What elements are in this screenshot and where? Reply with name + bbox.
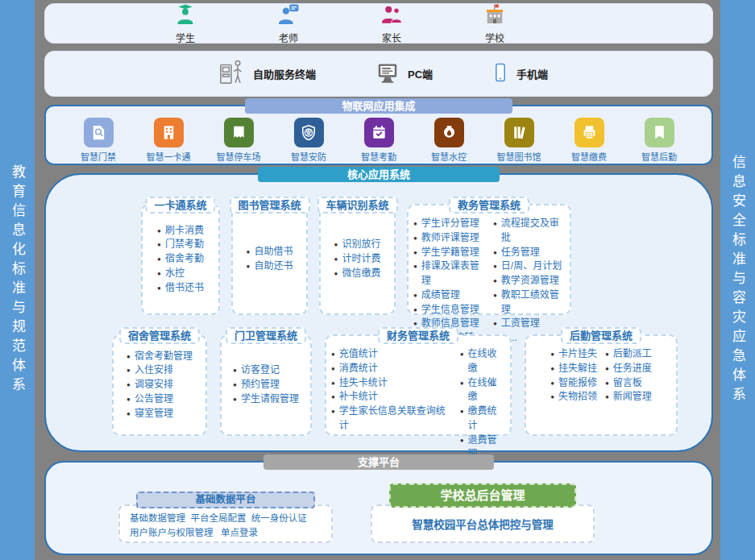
security-shield-icon: 安 <box>294 118 324 147</box>
school-admin-description: 智慧校园平台总体把控与管理 <box>412 516 554 532</box>
system-item-label: 借书还书 <box>165 281 204 296</box>
system-item-label: 失物招领 <box>558 390 597 404</box>
system-box-title: 宿舍管理系统 <box>119 327 200 344</box>
system-item-label: 计时计费 <box>342 252 380 267</box>
system-item-label: 任务进度 <box>613 362 652 376</box>
iot-item: 安智慧安防 <box>280 118 337 163</box>
system-item: ●计时计费 <box>334 252 381 267</box>
school-admin-title: 学校总后台管理 <box>389 483 576 508</box>
system-item: ●宿舍考勤 <box>157 252 204 267</box>
phone-icon <box>491 59 510 89</box>
system-box-items: ●充值统计●消费统计●挂失卡统计●补卡统计●学生家长信息关联查询统计●在线收缴●… <box>326 336 510 434</box>
system-box: 财务管理系统●充值统计●消费统计●挂失卡统计●补卡统计●学生家长信息关联查询统计… <box>325 334 512 436</box>
terminal-item: 手机端 <box>491 59 548 89</box>
svg-text:安: 安 <box>305 128 312 136</box>
system-item-label: 寝室管理 <box>135 407 173 421</box>
bullet-icon: ● <box>413 219 417 231</box>
terminal-item: PC端 <box>374 60 433 88</box>
school-icon <box>482 2 508 30</box>
system-box-items: ●自助借书●自助还书 <box>233 205 306 313</box>
bullet-icon: ● <box>460 407 464 433</box>
base-platform-line: 用户账户与权限管理 单点登录 <box>130 525 321 540</box>
base-data-platform: 基础数据平台 基础数据管理 平台全局配置 统一身份认证 用户账户与权限管理 单点… <box>118 504 333 543</box>
system-item-label: 充值统计 <box>339 347 378 362</box>
system-item: ●预约管理 <box>233 378 299 392</box>
system-item: ●自助借书 <box>247 245 293 259</box>
iot-item: 智慧考勤 <box>351 118 407 163</box>
iot-item: 智慧缴费 <box>561 118 617 163</box>
water-control-icon <box>434 118 464 147</box>
system-box: 后勤管理系统●卡片挂失●挂失解挂●智能报修●失物招领●后勤派工●任务进度●留言板… <box>525 334 678 436</box>
system-item-label: 教职工绩效管理 <box>501 288 565 317</box>
iot-item: 智慧后勤 <box>631 118 687 163</box>
system-box-title: 车辆识别系统 <box>317 197 397 214</box>
system-item-label: 入住安排 <box>135 363 173 378</box>
iot-integration-panel: 物联网应用集成 智慧门禁智慧一卡通智慧停车场安智慧安防智慧考勤智慧水控智慧图书馆… <box>44 105 713 165</box>
user-item-学校: 学校 <box>477 2 512 44</box>
logistics-icon <box>645 118 674 147</box>
bullet-icon: ● <box>331 364 335 376</box>
system-item-column: ●流程提交及审批●任务管理●日/周、月计划●教学资源管理●教职工绩效管理●工资管… <box>493 217 565 346</box>
system-item: ●学生家长信息关联查询统计 <box>331 404 452 433</box>
users-panel: 学生老师家长学校 <box>44 3 713 44</box>
system-item: ●任务管理 <box>493 246 565 260</box>
system-item-label: 智能报修 <box>558 376 597 391</box>
system-item-column: ●卡片挂失●挂失解挂●智能报修●失物招领 <box>550 347 597 404</box>
bullet-icon: ● <box>331 392 335 404</box>
core-systems-row-2: 宿舍管理系统●宿舍考勤管理●入住安排●调寝安排●公告管理●寝室管理门卫管理系统●… <box>112 334 678 436</box>
system-box-title: 一卡通系统 <box>145 197 215 214</box>
system-item: ●学生学籍管理 <box>413 246 485 260</box>
iot-item: 智慧图书馆 <box>491 118 547 163</box>
system-item-label: 教学资源管理 <box>501 274 559 288</box>
system-box-title: 财务管理系统 <box>378 327 458 344</box>
system-box-items: ●识别放行●计时计费●微信缴费 <box>321 205 394 313</box>
core-applications-panel: 核心应用系统 一卡通系统●刷卡消费●门禁考勤●宿舍考勤●水控●借书还书图书管理系… <box>44 173 713 452</box>
bullet-icon: ● <box>127 380 131 392</box>
system-item-label: 刷卡消费 <box>165 224 204 239</box>
bullet-icon: ● <box>331 407 335 433</box>
system-item: ●流程提交及审批 <box>493 217 565 246</box>
student-icon <box>173 2 197 30</box>
system-item-column: ●充值统计●消费统计●挂失卡统计●补卡统计●学生家长信息关联查询统计 <box>331 347 452 433</box>
system-item: ●学生请假管理 <box>233 392 299 407</box>
bullet-icon: ● <box>493 219 497 246</box>
system-item-label: 自助还书 <box>254 259 292 274</box>
system-box-items: ●学生评分管理●教师评课管理●学生学籍管理●排课及课表管理●成绩管理●学生信息管… <box>409 205 570 313</box>
system-item-label: 日/周、月计划 <box>501 259 562 274</box>
system-item: ●在线收缴 <box>460 347 505 376</box>
system-box-items: ●宿舍考勤管理●入住安排●调寝安排●公告管理●寝室管理 <box>114 336 205 434</box>
system-item: ●公告管理 <box>127 392 193 407</box>
system-box: 门卫管理系统●访客登记●预约管理●学生请假管理 <box>220 334 312 436</box>
system-item-label: 流程提交及审批 <box>501 217 565 246</box>
bullet-icon: ● <box>550 392 554 404</box>
system-item-label: 消费统计 <box>339 362 378 376</box>
system-item-column: ●访客登记●预约管理●学生请假管理 <box>233 363 299 406</box>
bullet-icon: ● <box>605 392 609 404</box>
bullet-icon: ● <box>127 366 131 378</box>
system-item-label: 水控 <box>165 267 185 281</box>
base-data-platform-box: 基础数据管理 平台全局配置 统一身份认证 用户账户与权限管理 单点登录 <box>118 504 333 543</box>
bullet-icon: ● <box>413 262 417 288</box>
system-item-column: ●宿舍考勤管理●入住安排●调寝安排●公告管理●寝室管理 <box>127 350 193 421</box>
iot-label: 智慧水控 <box>431 150 467 163</box>
system-item-label: 任务管理 <box>501 246 540 260</box>
bullet-icon: ● <box>233 380 237 392</box>
system-item-label: 微信缴费 <box>342 267 380 281</box>
system-item: ●排课及课表管理 <box>413 259 485 288</box>
bullet-icon: ● <box>493 291 497 317</box>
system-item-label: 卡片挂失 <box>558 347 597 362</box>
user-label: 家长 <box>382 31 401 44</box>
system-box-items: ●卡片挂失●挂失解挂●智能报修●失物招领●后勤派工●任务进度●留言板●新闻管理 <box>526 336 676 434</box>
left-sidebar-title: 教育信息化标准与规范体系 <box>7 164 27 396</box>
bullet-icon: ● <box>550 350 554 362</box>
system-box: 一卡通系统●刷卡消费●门禁考勤●宿舍考勤●水控●借书还书 <box>141 204 220 315</box>
core-systems-row-1: 一卡通系统●刷卡消费●门禁考勤●宿舍考勤●水控●借书还书图书管理系统●自助借书●… <box>141 204 571 315</box>
system-item-column: ●后勤派工●任务进度●留言板●新闻管理 <box>605 347 652 404</box>
parking-icon <box>224 118 254 147</box>
iot-label: 智慧缴费 <box>571 150 607 163</box>
teacher-icon <box>276 2 301 30</box>
system-item-label: 学生学籍管理 <box>421 246 479 260</box>
system-item-label: 留言板 <box>613 376 642 391</box>
system-item-label: 公告管理 <box>135 392 173 407</box>
system-item-label: 自助借书 <box>254 245 292 259</box>
